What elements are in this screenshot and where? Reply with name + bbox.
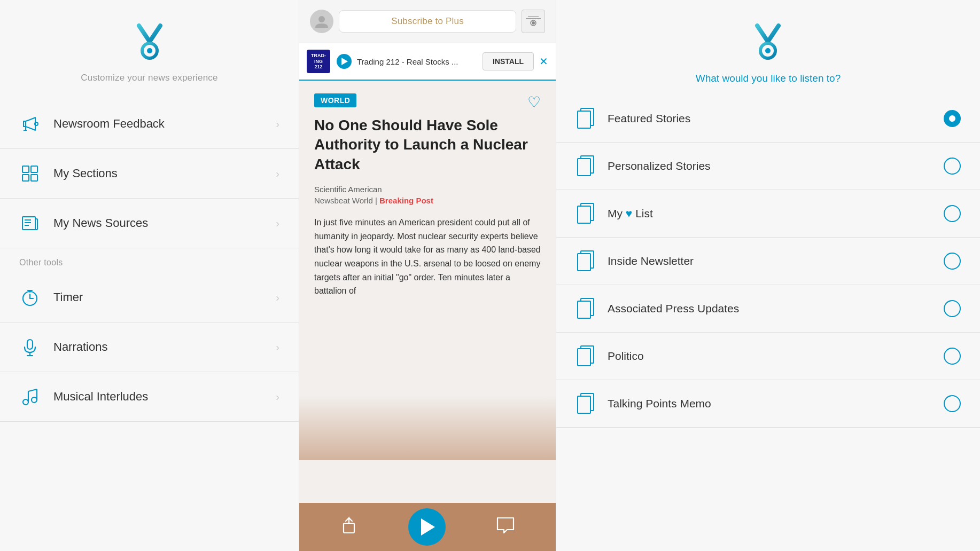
newspaper-icon [19, 212, 41, 234]
phone-bottom-bar [299, 503, 556, 551]
sidebar-item-my-news-sources[interactable]: My News Sources › [0, 199, 299, 248]
svg-rect-19 [27, 340, 33, 349]
center-panel: Subscribe to Plus TRAD-ING212 Trading 21… [299, 0, 556, 551]
install-button[interactable]: INSTALL [483, 52, 534, 70]
mic-icon [19, 336, 41, 358]
listen-item-featured-stories[interactable]: Featured Stories [556, 95, 980, 143]
world-tag: WORLD [314, 93, 356, 107]
svg-point-1 [147, 48, 152, 53]
politico-icon [575, 344, 597, 368]
left-logo-subtitle: Customize your news experience [81, 73, 217, 83]
article-meta: Newsbeat World | Breaking Post [314, 196, 541, 205]
share-button[interactable] [340, 516, 357, 539]
svg-rect-7 [22, 175, 29, 181]
my-list-radio[interactable] [944, 205, 961, 222]
right-logo-subtitle: What would you like to listen to? [696, 73, 841, 84]
right-panel: What would you like to listen to? Featur… [556, 0, 980, 551]
article-content: WORLD ♡ No One Should Have Sole Authorit… [299, 81, 556, 503]
svg-point-22 [23, 399, 28, 405]
my-list-icon [575, 202, 597, 225]
clock-icon [19, 287, 41, 308]
chevron-icon-music: › [276, 391, 279, 403]
listen-item-my-list[interactable]: My ♥ List [556, 190, 980, 238]
timer-label: Timer [53, 290, 276, 304]
listen-item-talking-points-memo[interactable]: Talking Points Memo [556, 380, 980, 428]
svg-line-26 [28, 389, 37, 391]
favorite-button[interactable]: ♡ [527, 93, 541, 111]
my-sections-label: My Sections [53, 167, 276, 180]
music-icon [19, 386, 41, 407]
sidebar-item-narrations[interactable]: Narrations › [0, 322, 299, 372]
talking-points-memo-radio[interactable] [944, 395, 961, 412]
listen-item-politico[interactable]: Politico [556, 333, 980, 380]
megaphone-icon [19, 113, 41, 135]
featured-stories-icon [575, 107, 597, 130]
sidebar-item-timer[interactable]: Timer › [0, 273, 299, 322]
listen-item-associated-press[interactable]: Associated Press Updates [556, 285, 980, 333]
article-gradient [299, 396, 556, 460]
listen-item-inside-newsletter[interactable]: Inside Newsletter [556, 238, 980, 285]
associated-press-radio[interactable] [944, 300, 961, 317]
musical-interludes-label: Musical Interludes [53, 390, 276, 404]
personalized-stories-label: Personalized Stories [608, 160, 944, 172]
svg-rect-32 [344, 523, 354, 533]
talking-points-memo-icon [575, 392, 597, 415]
my-news-sources-label: My News Sources [53, 216, 276, 230]
play-button[interactable] [408, 508, 446, 546]
talking-points-memo-label: Talking Points Memo [608, 397, 944, 410]
ad-text: Trading 212 - Real Stocks ... [357, 57, 483, 66]
politico-radio[interactable] [944, 348, 961, 365]
ad-logo-icon: TRAD-ING212 [307, 50, 330, 73]
article-publication: Newsbeat World [314, 196, 373, 205]
svg-point-2 [35, 122, 38, 125]
personalized-stories-icon [575, 154, 597, 178]
subscribe-button[interactable]: Subscribe to Plus [339, 10, 516, 33]
svg-point-29 [532, 21, 535, 25]
svg-rect-10 [35, 219, 37, 230]
chevron-icon-timer: › [276, 292, 279, 304]
radio-icon[interactable] [522, 10, 545, 33]
associated-press-icon [575, 297, 597, 320]
chevron-icon-newsroom: › [276, 118, 279, 130]
article-inner: WORLD ♡ No One Should Have Sole Authorit… [299, 81, 556, 311]
svg-point-35 [765, 48, 771, 53]
article-body: In just five minutes an American preside… [314, 216, 541, 298]
sidebar-item-newsroom-feedback[interactable]: Newsroom Feedback › [0, 99, 299, 149]
politico-label: Politico [608, 350, 944, 363]
ad-banner: TRAD-ING212 Trading 212 - Real Stocks ..… [299, 43, 556, 81]
narrations-label: Narrations [53, 340, 276, 354]
other-tools-header: Other tools [0, 248, 299, 273]
svg-point-27 [318, 16, 325, 22]
user-avatar[interactable] [310, 10, 333, 33]
listen-list: Featured Stories Personalized Stories [556, 95, 980, 428]
personalized-stories-radio[interactable] [944, 158, 961, 175]
listen-item-personalized-stories[interactable]: Personalized Stories [556, 143, 980, 190]
ad-play-button[interactable] [337, 54, 352, 69]
right-logo-area: What would you like to listen to? [685, 0, 851, 95]
article-source: Scientific American [314, 185, 541, 194]
chevron-icon-sections: › [276, 168, 279, 180]
chevron-icon-narrations: › [276, 341, 279, 353]
svg-point-23 [32, 397, 37, 403]
left-panel: Customize your news experience Newsroom … [0, 0, 299, 551]
sidebar-item-my-sections[interactable]: My Sections › [0, 149, 299, 199]
svg-rect-8 [31, 175, 37, 181]
newsroom-feedback-label: Newsroom Feedback [53, 117, 276, 131]
svg-rect-5 [22, 166, 29, 172]
chat-button[interactable] [496, 517, 515, 538]
my-list-label: My ♥ List [608, 207, 944, 220]
sidebar-item-musical-interludes[interactable]: Musical Interludes › [0, 372, 299, 422]
left-logo-area: Customize your news experience [70, 0, 228, 94]
ad-close-button[interactable]: ✕ [539, 55, 548, 68]
menu-list: Newsroom Feedback › My Sections › [0, 99, 299, 422]
inside-newsletter-radio[interactable] [944, 253, 961, 270]
chevron-icon-sources: › [276, 217, 279, 230]
featured-stories-label: Featured Stories [608, 112, 944, 125]
breaking-label: Breaking Post [379, 196, 433, 205]
svg-rect-6 [31, 166, 37, 172]
featured-stories-radio[interactable] [944, 110, 961, 127]
inside-newsletter-icon [575, 249, 597, 273]
article-title: No One Should Have Sole Authority to Lau… [314, 116, 541, 174]
right-logo-icon [746, 21, 789, 64]
left-logo-icon [128, 21, 171, 64]
